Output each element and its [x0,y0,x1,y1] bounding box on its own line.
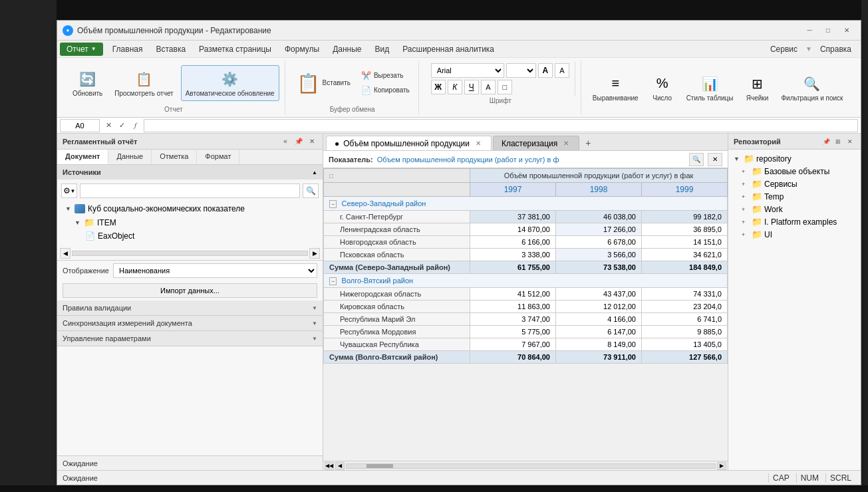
formula-input[interactable] [144,119,858,132]
tree-expand-cube[interactable]: ▼ [65,205,72,212]
confirm-formula-button[interactable]: ✓ [116,120,128,132]
repo-close-btn[interactable]: ✕ [845,136,855,147]
tree-item-eaxobject[interactable]: 📄 EaxObject [61,229,319,243]
function-button[interactable]: 𝑓 [129,120,141,132]
menu-view[interactable]: Вид [368,43,396,56]
cluster-tab[interactable]: Кластеризация ✕ [493,136,579,150]
main-tab[interactable]: ● Объём промышленной продукции ✕ [326,136,492,150]
repo-float-btn[interactable]: ⊞ [833,136,843,147]
tree-item-item[interactable]: ▼ 📁 ITEM [61,215,319,229]
menu-service[interactable]: Сервис [764,43,804,56]
repo-item-work[interactable]: + 📁 Work [731,203,858,215]
status-right: CAP NUM SCRL [768,473,855,483]
repo-root-item[interactable]: ▼ 📁 repository [731,152,858,165]
minimize-button[interactable]: ─ [801,24,818,37]
year-1997-header[interactable]: 1997 [470,183,556,197]
repo-title-bar: Репозиторий 📌 ⊞ ✕ [728,134,861,150]
row-name: Республика Мордовия [324,326,470,338]
validation-header[interactable]: Правила валидации ▼ [57,301,323,315]
sync-header[interactable]: Синхронизация измерений документа ▼ [57,316,323,330]
update-button[interactable]: 🔄 Обновить [68,65,107,101]
collapse-region-btn[interactable]: − [329,277,337,285]
h-scroll-right-btn[interactable]: ▶ [717,462,726,470]
menu-help[interactable]: Справка [813,43,858,56]
cancel-formula-button[interactable]: ✕ [102,120,114,132]
collapse-region-btn[interactable]: − [329,200,337,208]
collapse-all-btn[interactable]: □ [329,172,333,180]
cut-button[interactable]: ✂️ Вырезать [358,69,413,82]
menu-formulas[interactable]: Формулы [278,43,326,56]
add-tab-button[interactable]: + [581,136,595,150]
manage-header[interactable]: Управление параметрами ▼ [57,331,323,346]
panel-tab-data[interactable]: Данные [108,150,152,164]
tree-expand-item[interactable]: ▼ [74,219,81,226]
report-menu-button[interactable]: Отчет ▼ [60,43,103,56]
font-fill-button[interactable]: А [481,80,496,94]
font-name-select[interactable]: Arial [431,63,504,78]
sources-section-header[interactable]: Источники ▲ [57,165,323,180]
auto-update-button[interactable]: ⚙️ Автоматическое обновление [181,65,279,101]
panel-tab-format[interactable]: Формат [197,150,239,164]
indicator-clear-button[interactable]: ✕ [708,153,722,166]
indicator-search-button[interactable]: 🔍 [689,153,704,166]
repo-item-platform[interactable]: + 📁 I. Platform examples [731,215,858,228]
year-1998-header[interactable]: 1998 [555,183,641,197]
bold-button[interactable]: Ж [431,80,446,94]
h-scroll-thumb[interactable] [366,464,393,468]
repo-item-base[interactable]: + 📁 Базовые объекты [731,165,858,178]
menu-main[interactable]: Главная [106,43,150,56]
number-button[interactable]: % Число [646,70,679,106]
panel-collapse-btn[interactable]: « [280,136,291,147]
value-1999: 6 741,0 [641,313,727,326]
copy-button[interactable]: 📄 Копировать [358,84,413,97]
font-color-button[interactable]: А [555,63,569,78]
menu-insert[interactable]: Вставка [149,43,192,56]
underline-button[interactable]: Ч [464,80,479,94]
cluster-tab-close[interactable]: ✕ [561,139,571,148]
font-bold-button[interactable]: А [538,63,553,78]
year-1999-header[interactable]: 1999 [641,183,727,197]
import-button[interactable]: Импорт данных... [63,283,317,298]
close-button[interactable]: ✕ [838,24,855,37]
scroll-left-btn[interactable]: ◀ [60,248,71,259]
preview-button[interactable]: 📋 Просмотреть отчет [110,65,178,101]
h-scroll-left-btn[interactable]: ◀ [335,462,345,470]
table-row: Чувашская Республика 7 967,00 8 149,00 1… [324,338,728,351]
menu-page-layout[interactable]: Разметка страницы [192,43,278,56]
scroll-right-btn[interactable]: ▶ [309,248,320,259]
settings-button[interactable]: ⚙ ▼ [61,184,77,198]
region-name[interactable]: Волго-Вятский район [342,277,414,285]
maximize-button[interactable]: □ [819,24,837,37]
scroll-track[interactable] [72,251,308,256]
panel-pin-btn[interactable]: 📌 [293,136,304,147]
menu-data[interactable]: Данные [326,43,368,56]
sources-search-button[interactable]: 🔍 [303,184,319,198]
repo-pin-btn[interactable]: 📌 [821,136,831,147]
h-scroll-track[interactable] [346,463,716,469]
cell-reference-input[interactable] [60,119,100,132]
panel-tab-mark[interactable]: Отметка [152,150,197,164]
paste-button[interactable]: 📋 Вставить [292,66,355,100]
repo-item-ui[interactable]: + 📁 UI [731,228,858,241]
table-style-button[interactable]: 📊 Стиль таблицы [682,70,738,106]
cells-button[interactable]: ⊞ Ячейки [741,70,774,106]
repo-base-label: Базовые объекты [764,167,829,176]
font-size-select[interactable] [506,63,536,78]
panel-tab-document[interactable]: Документ [57,150,108,164]
main-tab-close[interactable]: ✕ [474,139,483,148]
filter-button[interactable]: 🔍 Фильтрация и поиск [777,70,848,106]
display-select[interactable]: Наименования [113,263,317,278]
menu-advanced[interactable]: Расширенная аналитика [396,43,501,56]
repo-item-services[interactable]: + 📁 Сервисы [731,178,858,190]
panel-close-btn[interactable]: ✕ [307,136,317,147]
sources-search-input[interactable] [80,184,300,198]
region-name[interactable]: Северо-Западный район [342,199,426,207]
nav-left-btn[interactable]: ◀◀ [325,462,334,470]
border-button[interactable]: □ [498,80,512,94]
sources-arrow: ▲ [312,170,317,176]
italic-button[interactable]: К [448,80,462,94]
data-table-wrapper[interactable]: □ Объём промышленной продукции (работ и … [323,168,728,461]
align-button[interactable]: ≡ Выравнивание [588,70,643,106]
repo-item-temp[interactable]: + 📁 Temp [731,190,858,203]
tree-item-cube[interactable]: ▼ Куб социально-экономических показателе [61,202,319,215]
